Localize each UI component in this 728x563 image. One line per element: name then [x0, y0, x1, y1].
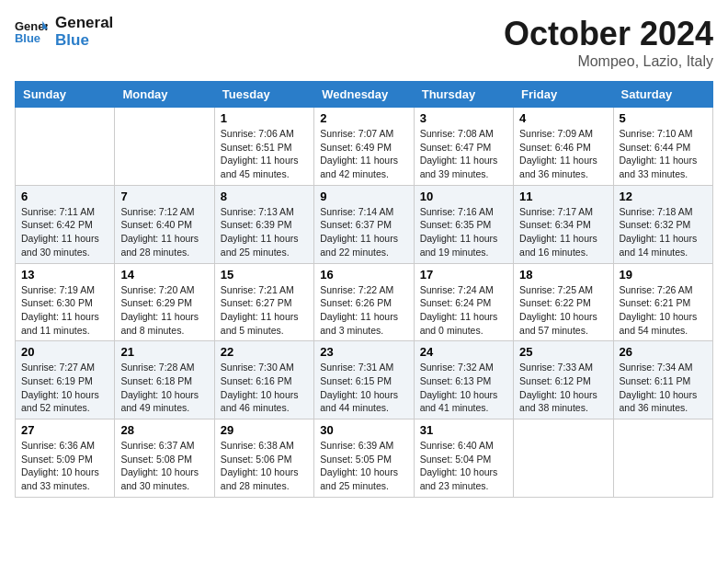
day-number: 26 — [620, 345, 707, 359]
calendar-cell: 27Sunrise: 6:36 AMSunset: 5:09 PMDayligh… — [16, 419, 115, 498]
logo-line2: Blue — [55, 32, 113, 50]
day-number: 6 — [21, 190, 108, 203]
weekday-header: Friday — [514, 82, 613, 108]
day-number: 27 — [21, 423, 108, 437]
day-number: 17 — [420, 268, 507, 282]
calendar-cell: 2Sunrise: 7:07 AMSunset: 6:49 PMDaylight… — [314, 108, 414, 186]
day-info: Sunrise: 7:34 AMSunset: 6:11 PMDaylight:… — [620, 361, 707, 415]
calendar-cell: 17Sunrise: 7:24 AMSunset: 6:24 PMDayligh… — [414, 263, 513, 341]
weekday-header: Sunday — [16, 82, 115, 108]
day-info: Sunrise: 7:08 AMSunset: 6:47 PMDaylight:… — [420, 127, 507, 181]
day-info: Sunrise: 7:07 AMSunset: 6:49 PMDaylight:… — [320, 127, 407, 181]
calendar-cell: 6Sunrise: 7:11 AMSunset: 6:42 PMDaylight… — [16, 185, 115, 263]
day-info: Sunrise: 7:28 AMSunset: 6:18 PMDaylight:… — [120, 361, 208, 415]
calendar-cell: 11Sunrise: 7:17 AMSunset: 6:34 PMDayligh… — [514, 185, 613, 263]
day-number: 19 — [620, 268, 707, 282]
calendar-week-row: 20Sunrise: 7:27 AMSunset: 6:19 PMDayligh… — [16, 341, 713, 419]
day-info: Sunrise: 7:30 AMSunset: 6:16 PMDaylight:… — [221, 361, 308, 415]
weekday-header-row: SundayMondayTuesdayWednesdayThursdayFrid… — [16, 82, 713, 108]
calendar-cell: 10Sunrise: 7:16 AMSunset: 6:35 PMDayligh… — [414, 185, 513, 263]
weekday-header: Thursday — [414, 82, 513, 108]
calendar-cell — [115, 108, 214, 186]
calendar-cell: 26Sunrise: 7:34 AMSunset: 6:11 PMDayligh… — [613, 341, 712, 419]
calendar-cell: 29Sunrise: 6:38 AMSunset: 5:06 PMDayligh… — [214, 419, 313, 498]
day-number: 11 — [519, 190, 607, 203]
calendar-cell: 8Sunrise: 7:13 AMSunset: 6:39 PMDaylight… — [214, 185, 313, 263]
day-number: 13 — [21, 268, 108, 282]
calendar-cell: 30Sunrise: 6:39 AMSunset: 5:05 PMDayligh… — [314, 419, 414, 498]
day-number: 8 — [221, 190, 308, 203]
calendar-cell: 21Sunrise: 7:28 AMSunset: 6:18 PMDayligh… — [115, 341, 214, 419]
calendar-cell: 20Sunrise: 7:27 AMSunset: 6:19 PMDayligh… — [16, 341, 115, 419]
day-number: 21 — [120, 345, 208, 359]
day-number: 29 — [221, 423, 308, 437]
day-info: Sunrise: 6:38 AMSunset: 5:06 PMDaylight:… — [221, 439, 308, 493]
day-number: 2 — [320, 111, 407, 125]
logo-icon: General Blue — [15, 16, 48, 49]
day-number: 7 — [120, 190, 208, 203]
calendar-cell: 28Sunrise: 6:37 AMSunset: 5:08 PMDayligh… — [115, 419, 214, 498]
day-info: Sunrise: 7:22 AMSunset: 6:26 PMDaylight:… — [320, 283, 407, 338]
weekday-header: Tuesday — [214, 82, 313, 108]
calendar: SundayMondayTuesdayWednesdayThursdayFrid… — [15, 81, 713, 498]
calendar-cell — [613, 419, 712, 498]
day-number: 16 — [320, 268, 407, 282]
page-header: General Blue General Blue October 2024 M… — [15, 15, 713, 70]
day-number: 28 — [120, 423, 208, 437]
month-title: October 2024 — [504, 15, 713, 53]
day-number: 3 — [420, 111, 507, 125]
calendar-cell: 19Sunrise: 7:26 AMSunset: 6:21 PMDayligh… — [613, 263, 712, 341]
weekday-header: Wednesday — [314, 82, 414, 108]
calendar-cell: 25Sunrise: 7:33 AMSunset: 6:12 PMDayligh… — [514, 341, 613, 419]
day-info: Sunrise: 7:11 AMSunset: 6:42 PMDaylight:… — [21, 205, 108, 259]
day-info: Sunrise: 7:10 AMSunset: 6:44 PMDaylight:… — [620, 127, 707, 181]
calendar-cell: 23Sunrise: 7:31 AMSunset: 6:15 PMDayligh… — [314, 341, 414, 419]
calendar-cell: 31Sunrise: 6:40 AMSunset: 5:04 PMDayligh… — [414, 419, 513, 498]
calendar-week-row: 6Sunrise: 7:11 AMSunset: 6:42 PMDaylight… — [16, 185, 713, 263]
day-number: 12 — [620, 190, 707, 203]
calendar-cell: 12Sunrise: 7:18 AMSunset: 6:32 PMDayligh… — [613, 185, 712, 263]
day-info: Sunrise: 7:31 AMSunset: 6:15 PMDaylight:… — [320, 361, 407, 415]
calendar-cell: 4Sunrise: 7:09 AMSunset: 6:46 PMDaylight… — [514, 108, 613, 186]
day-info: Sunrise: 7:18 AMSunset: 6:32 PMDaylight:… — [620, 205, 707, 259]
calendar-cell: 5Sunrise: 7:10 AMSunset: 6:44 PMDaylight… — [613, 108, 712, 186]
calendar-cell: 15Sunrise: 7:21 AMSunset: 6:27 PMDayligh… — [214, 263, 313, 341]
day-info: Sunrise: 7:26 AMSunset: 6:21 PMDaylight:… — [620, 283, 707, 338]
day-info: Sunrise: 7:19 AMSunset: 6:30 PMDaylight:… — [21, 283, 108, 338]
day-number: 22 — [221, 345, 308, 359]
calendar-week-row: 13Sunrise: 7:19 AMSunset: 6:30 PMDayligh… — [16, 263, 713, 341]
day-info: Sunrise: 7:25 AMSunset: 6:22 PMDaylight:… — [519, 283, 607, 338]
day-info: Sunrise: 7:17 AMSunset: 6:34 PMDaylight:… — [519, 205, 607, 259]
weekday-header: Saturday — [613, 82, 712, 108]
calendar-cell: 3Sunrise: 7:08 AMSunset: 6:47 PMDaylight… — [414, 108, 513, 186]
location: Mompeo, Lazio, Italy — [504, 53, 713, 70]
day-number: 30 — [320, 423, 407, 437]
day-number: 14 — [120, 268, 208, 282]
day-info: Sunrise: 7:33 AMSunset: 6:12 PMDaylight:… — [519, 361, 607, 415]
calendar-cell: 24Sunrise: 7:32 AMSunset: 6:13 PMDayligh… — [414, 341, 513, 419]
day-info: Sunrise: 6:40 AMSunset: 5:04 PMDaylight:… — [420, 439, 507, 493]
day-number: 15 — [221, 268, 308, 282]
day-number: 23 — [320, 345, 407, 359]
calendar-cell: 13Sunrise: 7:19 AMSunset: 6:30 PMDayligh… — [16, 263, 115, 341]
title-block: October 2024 Mompeo, Lazio, Italy — [504, 15, 713, 70]
day-number: 4 — [519, 111, 607, 125]
day-number: 5 — [620, 111, 707, 125]
calendar-cell: 14Sunrise: 7:20 AMSunset: 6:29 PMDayligh… — [115, 263, 214, 341]
day-info: Sunrise: 6:37 AMSunset: 5:08 PMDaylight:… — [120, 439, 208, 493]
day-number: 10 — [420, 190, 507, 203]
day-info: Sunrise: 7:27 AMSunset: 6:19 PMDaylight:… — [21, 361, 108, 415]
logo-line1: General — [55, 15, 113, 32]
day-info: Sunrise: 7:09 AMSunset: 6:46 PMDaylight:… — [519, 127, 607, 181]
calendar-cell: 1Sunrise: 7:06 AMSunset: 6:51 PMDaylight… — [214, 108, 313, 186]
day-number: 25 — [519, 345, 607, 359]
calendar-cell: 22Sunrise: 7:30 AMSunset: 6:16 PMDayligh… — [214, 341, 313, 419]
calendar-cell: 18Sunrise: 7:25 AMSunset: 6:22 PMDayligh… — [514, 263, 613, 341]
day-info: Sunrise: 7:13 AMSunset: 6:39 PMDaylight:… — [221, 205, 308, 259]
day-info: Sunrise: 7:32 AMSunset: 6:13 PMDaylight:… — [420, 361, 507, 415]
day-info: Sunrise: 7:20 AMSunset: 6:29 PMDaylight:… — [120, 283, 208, 338]
day-info: Sunrise: 6:36 AMSunset: 5:09 PMDaylight:… — [21, 439, 108, 493]
day-number: 20 — [21, 345, 108, 359]
day-number: 1 — [221, 111, 308, 125]
weekday-header: Monday — [115, 82, 214, 108]
